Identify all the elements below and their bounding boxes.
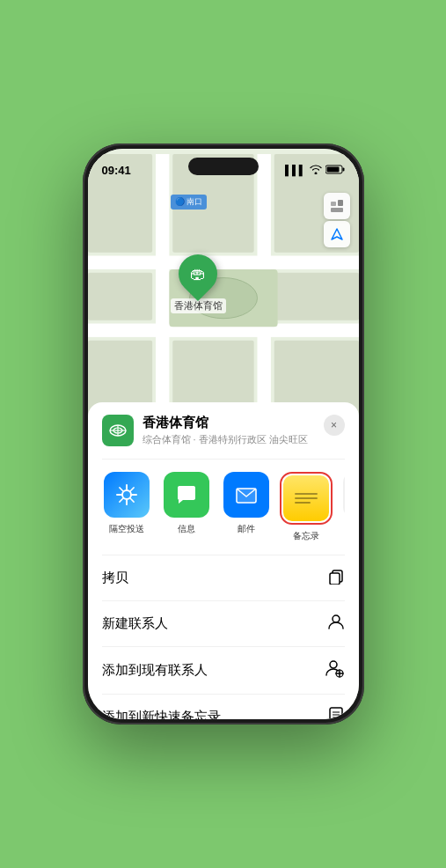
airdrop-icon <box>104 472 150 518</box>
status-time: 09:41 <box>102 164 131 177</box>
svg-rect-19 <box>331 202 336 206</box>
svg-rect-6 <box>156 154 169 425</box>
svg-rect-11 <box>88 273 152 320</box>
share-notes[interactable]: 备忘录 <box>281 472 331 542</box>
notes-icon <box>283 475 329 521</box>
signal-icon: ▌▌▌ <box>285 165 305 175</box>
person-add-icon <box>325 658 345 682</box>
venue-name: 香港体育馆 <box>143 415 315 431</box>
messages-icon <box>164 472 209 518</box>
venue-info: 香港体育馆 综合体育馆 · 香港特别行政区 油尖旺区 <box>143 415 315 446</box>
airdrop-label: 隔空投送 <box>109 523 144 535</box>
add-note-label: 添加到新快速备忘录 <box>102 709 221 719</box>
share-mail[interactable]: 邮件 <box>222 472 271 542</box>
svg-rect-13 <box>274 273 358 320</box>
person-icon <box>327 613 345 635</box>
dynamic-island <box>188 158 259 175</box>
action-add-existing[interactable]: 添加到现有联系人 <box>102 647 345 695</box>
battery-icon <box>325 165 345 176</box>
svg-rect-21 <box>331 208 343 212</box>
copy-icon <box>327 567 345 589</box>
map-type-button[interactable] <box>324 193 350 219</box>
notes-lines <box>295 493 318 504</box>
share-more[interactable]: 推 <box>341 472 345 542</box>
notes-label: 备忘录 <box>293 530 319 542</box>
new-contact-label: 新建联系人 <box>102 615 168 632</box>
mail-label: 邮件 <box>238 523 255 535</box>
mail-icon <box>223 472 269 518</box>
action-copy[interactable]: 拷贝 <box>102 555 345 601</box>
action-add-note[interactable]: 添加到新快速备忘录 <box>102 695 345 719</box>
share-row: 隔空投送 信息 <box>102 460 345 555</box>
svg-rect-31 <box>330 573 340 585</box>
map-label: 🔵 南口 <box>171 195 208 210</box>
phone-screen: 09:41 ▌▌▌ <box>88 149 359 719</box>
copy-label: 拷贝 <box>102 570 128 586</box>
action-new-contact[interactable]: 新建联系人 <box>102 601 345 647</box>
venue-avatar <box>102 415 134 446</box>
location-marker: 🏟 香港体育馆 <box>171 254 226 313</box>
more-icon <box>343 472 345 518</box>
svg-rect-2 <box>326 166 339 172</box>
bottom-sheet: 香港体育馆 综合体育馆 · 香港特别行政区 油尖旺区 × <box>88 402 359 719</box>
map-label-text: 🔵 南口 <box>175 197 203 206</box>
svg-rect-20 <box>338 200 343 206</box>
messages-label: 信息 <box>178 523 195 535</box>
status-icons: ▌▌▌ <box>285 165 344 176</box>
venue-header: 香港体育馆 综合体育馆 · 香港特别行政区 油尖旺区 × <box>102 415 345 460</box>
svg-rect-1 <box>342 167 344 171</box>
add-existing-label: 添加到现有联系人 <box>102 662 208 679</box>
close-button[interactable]: × <box>324 415 345 436</box>
marker-pin: 🏟 <box>171 246 225 301</box>
wifi-icon <box>310 165 322 176</box>
share-messages[interactable]: 信息 <box>162 472 211 542</box>
action-list: 拷贝 新建联系人 <box>102 555 345 719</box>
map-area[interactable]: 🔵 南口 <box>88 149 359 430</box>
svg-marker-22 <box>332 229 342 239</box>
note-icon <box>327 706 345 719</box>
phone-frame: 09:41 ▌▌▌ <box>83 143 364 725</box>
venue-desc: 综合体育馆 · 香港特别行政区 油尖旺区 <box>143 433 315 446</box>
svg-point-33 <box>330 661 337 668</box>
map-controls <box>324 193 350 247</box>
stadium-icon: 🏟 <box>190 265 206 283</box>
share-airdrop[interactable]: 隔空投送 <box>102 472 151 542</box>
svg-point-32 <box>333 615 340 622</box>
location-button[interactable] <box>324 221 350 247</box>
